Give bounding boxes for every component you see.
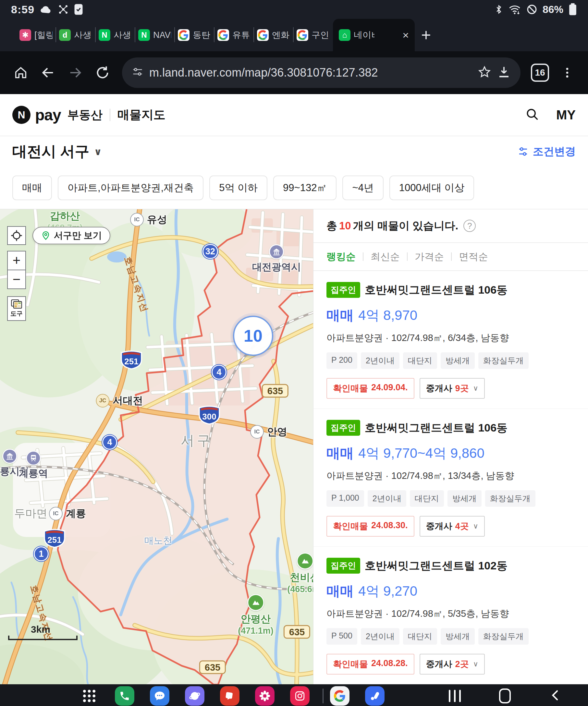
chevron-down-icon[interactable]: ∨ [94,146,102,157]
interchange-label: IC안영 [250,425,287,439]
back-nav-button[interactable] [549,688,562,704]
filter-chip[interactable]: 매매 [12,175,52,200]
browser-tab[interactable]: 동탄 [174,19,214,51]
phone-app-icon[interactable] [115,686,134,706]
confirmed-date-badge: 확인매물24.09.04. [326,378,415,399]
browser-tab[interactable]: 엔화 [254,19,293,51]
listing-card[interactable]: 집주인 호반써밋그랜드센트럴 106동 매매4억 9,770~4억 9,860 … [313,409,588,547]
sort-option[interactable]: 가격순 [415,250,444,264]
zoom-out-button[interactable]: − [8,270,25,288]
messages-app-icon[interactable] [150,686,169,706]
listing-price: 매매4억 9,270 [326,582,575,600]
route-number-badge: 635 [284,627,310,637]
url-text[interactable]: m.land.naver.com/map/36.3081076:127.382 [149,66,472,79]
filter-chip[interactable]: 99~132㎡ [273,175,337,200]
map-tools-button[interactable]: 도구 [7,296,26,321]
zoom-in-button[interactable]: + [8,251,25,270]
filter-chip[interactable]: 5억 이하 [209,175,267,200]
google-app-icon[interactable] [330,686,350,706]
reminder-check-icon [74,4,83,15]
filter-chip[interactable]: 아파트,아파트분양권,재건축 [58,175,203,200]
listing-cluster-marker[interactable]: 10 [233,316,273,356]
tab-favicon [297,29,308,41]
instagram-app-icon[interactable] [290,686,310,706]
filter-chip[interactable]: 1000세대 이상 [389,175,474,200]
listing-card[interactable]: 집주인 호반써밋그랜드센트럴 102동 매매4억 9,270 아파트분양권 · … [313,547,588,684]
map-scale: 3km [8,624,78,640]
reload-button[interactable] [90,61,115,85]
river-label: 매노천 [145,534,173,547]
android-taskbar [0,684,588,706]
listing-tag: 대단지 [403,352,437,369]
agents-dropdown[interactable]: 중개사2곳∨ [420,654,485,674]
app-drawer-icon[interactable] [82,686,97,706]
district-only-toggle[interactable]: 서구만 보기 [33,227,110,244]
download-icon[interactable] [497,65,511,80]
agents-dropdown[interactable]: 중개사4곳∨ [420,516,485,537]
forward-button[interactable] [63,61,88,85]
tab-favicon [218,29,229,41]
menu-kebab-button[interactable] [555,61,580,85]
confirmed-date-badge: 확인매물24.08.28. [326,654,415,674]
browser-tab[interactable]: ⌂ 네이버 × [333,19,415,51]
bookmark-star-icon[interactable] [478,65,491,80]
back-button[interactable] [36,61,61,85]
location-pin-icon [41,231,51,240]
filter-chip[interactable]: ~4년 [342,175,383,200]
tab-switcher-button[interactable]: 16 [527,61,552,85]
owner-badge: 집주인 [326,282,360,298]
listing-title: 호반써밋그랜드센트럴 102동 [365,558,508,573]
expressway-shield: 251 [120,349,143,369]
city-label: 대전광역시 [252,244,301,274]
change-conditions-button[interactable]: 조건변경 [517,144,576,159]
region-selector[interactable]: 대전시 서구 [12,142,89,161]
interchange-label: IC계룡 [49,507,86,520]
current-location-button[interactable] [7,226,26,245]
header-divider [110,109,110,121]
place-label: 두마면 [14,506,47,521]
divider [363,252,363,261]
home-nav-button[interactable] [499,689,511,703]
red-app-icon[interactable] [220,686,239,706]
search-icon[interactable] [525,107,539,123]
listing-description: 아파트분양권 · 102/74.98㎡, 13/34층, 남동향 [326,469,575,482]
my-menu-button[interactable]: MY [556,108,576,122]
listing-tags: P 5002년이내대단지방세개화장실두개 [326,628,575,645]
recents-nav-button[interactable] [449,690,461,702]
agents-dropdown[interactable]: 중개사9곳∨ [420,378,485,399]
browser-tab[interactable]: N 사생활 [95,19,135,51]
samsung-internet-app-icon[interactable] [185,686,204,706]
filter-sliders-icon [517,146,529,157]
listing-tag: P 1,000 [326,490,364,507]
filter-chips-row: 매매아파트,아파트분양권,재건축5억 이하99~132㎡~4년1000세대 이상 [0,167,588,209]
browser-tab[interactable]: 유튜브 [214,19,254,51]
tab-close-icon[interactable]: × [402,29,409,42]
listing-tag: 2년이내 [368,490,406,507]
home-button[interactable] [8,61,33,85]
listing-tag: 화장실두개 [485,490,536,507]
sort-option[interactable]: 랭킹순 [326,250,356,264]
browser-tab[interactable]: d 사생활 [56,19,95,51]
blue-app-icon[interactable] [365,686,385,706]
map-canvas[interactable]: 갑하산(468.7m)IC유성32대전광역시호남고속지선1025144635JC… [0,209,313,684]
new-tab-button[interactable]: + [415,19,437,51]
zoom-control: + − [7,251,26,289]
site-settings-icon[interactable] [132,66,144,79]
browser-tab[interactable]: N NAVER [135,19,174,51]
sort-option[interactable]: 면적순 [459,250,488,264]
listing-description: 아파트분양권 · 102/74.98㎡, 5/35층, 남동향 [326,607,575,620]
page-title: 매물지도 [117,107,165,123]
naver-pay-logo[interactable]: N pay 부동산 [12,106,103,124]
interruption-blocked-icon [526,4,537,15]
browser-tab[interactable]: 구인 [293,19,333,51]
owner-badge: 집주인 [326,558,360,574]
sort-option[interactable]: 최신순 [370,250,400,264]
listing-title: 호반써밋그랜드센트럴 106동 [365,421,508,435]
listing-card[interactable]: 집주인 호반써밋그랜드센트럴 106동 매매4억 8,970 아파트분양권 · … [313,271,588,409]
government-icon [2,449,17,464]
url-bar[interactable]: m.land.naver.com/map/36.3081076:127.382 [122,57,520,88]
mountain-label: 천비산(465.6m) [287,553,313,594]
help-icon[interactable]: ? [463,220,476,232]
flower-app-icon[interactable] [255,686,275,706]
browser-tab[interactable]: ✱ [힐링 [16,19,56,51]
